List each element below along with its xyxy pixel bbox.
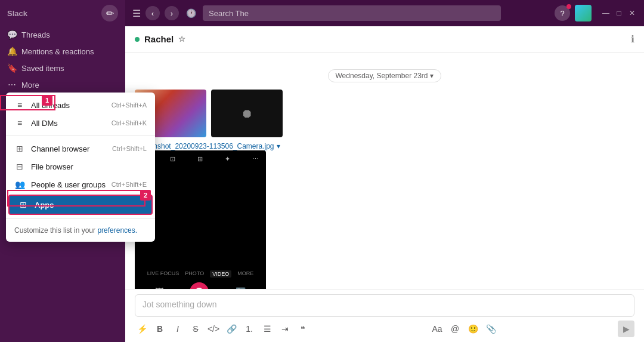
people-groups-shortcut: Ctrl+Shift+E (112, 181, 147, 188)
channel-header: Rachel ☆ ℹ (125, 26, 644, 53)
emoji-icon[interactable]: 🙂 (466, 322, 480, 336)
channel-browser-label: Channel browser (31, 144, 89, 153)
image-row: ⏺ (135, 90, 634, 137)
lightning-icon[interactable]: ⚡ (135, 322, 149, 336)
star-icon[interactable]: ☆ (178, 35, 185, 44)
dropdown-item-all-unreads[interactable]: ≡ All unreads Ctrl+Shift+A (6, 96, 155, 114)
dropdown-footer: Customize this list in your preferences. (6, 223, 155, 238)
input-toolbar: ⚡ B I S </> 🔗 1. ☰ ⇥ ❝ Aa @ 🙂 📎 ▶ (135, 321, 634, 337)
compose-button[interactable]: ✏ (101, 5, 118, 21)
dropdown-item-apps[interactable]: ⊞ Apps (8, 195, 153, 215)
footer-text: Customize this list in your (14, 226, 97, 235)
hamburger-icon[interactable]: ☰ (132, 8, 141, 19)
step-badge-1: 1 (42, 95, 52, 106)
user-avatar[interactable] (575, 5, 592, 21)
help-button[interactable]: ? (555, 5, 570, 21)
preferences-link[interactable]: preferences. (97, 226, 137, 235)
text-format-icon[interactable]: Aa (430, 322, 444, 336)
messages-area[interactable]: Wednesday, September 23rd ▾ ⏺ Screenshot… (125, 53, 644, 289)
apps-label: Apps (35, 201, 54, 209)
link-icon[interactable]: 🔗 (224, 322, 239, 336)
cam-mode-video: VIDEO (210, 270, 231, 278)
mentions-label: Mentions & reactions (21, 47, 94, 56)
record-button[interactable] (190, 282, 209, 289)
file-attachment-label[interactable]: Screenshot_20200923-113506_Camera.jpg ▾ (135, 142, 634, 150)
file-browser-icon: ⊟ (14, 161, 25, 172)
threads-label: Threads (21, 30, 50, 39)
input-placeholder: Jot something down (143, 300, 217, 309)
ordered-list-icon[interactable]: 1. (242, 322, 256, 336)
more-label: More (21, 81, 39, 90)
close-button[interactable]: ✕ (627, 8, 637, 18)
minimize-button[interactable]: — (601, 8, 611, 18)
all-dms-shortcut: Ctrl+Shift+K (112, 119, 147, 127)
cam-mode-livefocus: LIVE FOCUS (147, 270, 179, 278)
saved-label: Saved items (21, 64, 64, 73)
sidebar-item-threads[interactable]: 💬 Threads (0, 26, 125, 43)
search-text: Search The (209, 9, 249, 18)
sidebar-item-saved[interactable]: 🔖 Saved items (0, 60, 125, 76)
history-button[interactable]: 🕐 (184, 6, 198, 20)
italic-icon[interactable]: I (171, 322, 185, 336)
cam-gallery-icon[interactable]: 🖼 (155, 287, 163, 289)
thumbnail-image-2[interactable]: ⏺ (211, 90, 283, 137)
cam-more-icon: ⋯ (252, 155, 259, 163)
window-controls: — □ ✕ (601, 8, 637, 18)
message-input[interactable]: Jot something down (135, 294, 634, 317)
info-icon[interactable]: ℹ (631, 33, 634, 45)
cam-mode-photo: PHOTO (185, 270, 204, 278)
all-unreads-shortcut: Ctrl+Shift+A (112, 101, 147, 109)
dropdown-item-file-browser[interactable]: ⊟ File browser (6, 158, 155, 175)
camera-bottom: LIVE FOCUS PHOTO VIDEO MORE 🖼 🔄 ||| ○ ‹ (135, 266, 266, 289)
cam-timer-icon: ⊡ (170, 155, 175, 163)
help-icon: ? (560, 9, 564, 18)
send-button[interactable]: ▶ (618, 321, 634, 337)
date-divider-wednesday: Wednesday, September 23rd ▾ (135, 69, 634, 82)
main-content: ☰ ‹ › 🕐 Search The ? — □ ✕ Rachel ☆ ℹ (125, 0, 644, 342)
maximize-button[interactable]: □ (614, 8, 624, 18)
blockquote-icon[interactable]: ❝ (296, 322, 310, 336)
more-icon: ⋯ (7, 80, 17, 90)
cam-ratio-icon: ⊞ (197, 155, 203, 163)
online-indicator (135, 37, 140, 42)
code-icon[interactable]: </> (206, 322, 221, 336)
dropdown-item-all-dms[interactable]: ≡ All DMs Ctrl+Shift+K (6, 114, 155, 132)
dropdown-divider-2 (6, 218, 155, 219)
date-text-wednesday: Wednesday, September 23rd (336, 72, 428, 80)
channel-title: Rachel ☆ (135, 34, 185, 44)
file-name: Screenshot_20200923-113506_Camera.jpg (135, 142, 274, 150)
mentions-icon: 🔔 (7, 47, 17, 56)
sidebar-item-mentions[interactable]: 🔔 Mentions & reactions (0, 43, 125, 60)
cam-flip-icon[interactable]: 🔄 (236, 287, 246, 289)
all-unreads-icon: ≡ (14, 100, 25, 110)
search-bar[interactable]: Search The (203, 5, 501, 21)
cam-mode-more: MORE (237, 270, 253, 278)
topbar-right: ? — □ ✕ (555, 5, 637, 21)
attachment-icon[interactable]: 📎 (484, 322, 498, 336)
back-button[interactable]: ‹ (145, 6, 160, 20)
forward-button[interactable]: › (165, 6, 179, 20)
strikethrough-icon[interactable]: S (188, 322, 203, 336)
more-dropdown: ≡ All unreads Ctrl+Shift+A ≡ All DMs Ctr… (6, 93, 155, 242)
unordered-list-icon[interactable]: ☰ (260, 322, 274, 336)
topbar: ☰ ‹ › 🕐 Search The ? — □ ✕ (125, 0, 644, 26)
all-dms-icon: ≡ (14, 118, 25, 128)
apps-icon: ⊞ (18, 199, 29, 210)
sidebar-header: Slack ✏ (0, 0, 125, 26)
camera-controls: 🖼 🔄 (142, 282, 259, 289)
bold-icon[interactable]: B (153, 322, 167, 336)
channel-browser-icon: ⊞ (14, 143, 25, 154)
help-badge (566, 4, 571, 9)
dropdown-item-channel-browser[interactable]: ⊞ Channel browser Ctrl+Shift+L (6, 140, 155, 158)
chevron-down-icon: ▾ (430, 72, 434, 80)
workspace-name[interactable]: Slack (7, 9, 27, 18)
mention-icon[interactable]: @ (448, 322, 462, 336)
file-browser-label: File browser (31, 162, 73, 171)
indent-icon[interactable]: ⇥ (278, 322, 292, 336)
sidebar-item-more[interactable]: ⋯ More (0, 76, 125, 93)
dropdown-item-people-groups[interactable]: 👥 People & user groups Ctrl+Shift+E (6, 175, 155, 193)
dropdown-divider (6, 135, 155, 136)
sidebar: Slack ✏ 💬 Threads 🔔 Mentions & reactions… (0, 0, 125, 342)
input-area: Jot something down ⚡ B I S </> 🔗 1. ☰ ⇥ … (125, 289, 644, 342)
date-pill-wednesday[interactable]: Wednesday, September 23rd ▾ (328, 69, 442, 82)
